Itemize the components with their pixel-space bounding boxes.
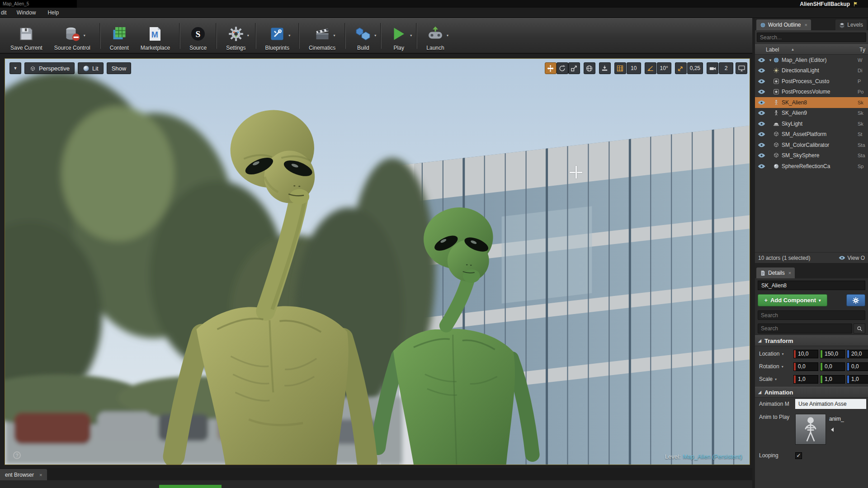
label-column-header[interactable]: Label: [766, 47, 779, 53]
toolbar-button-play[interactable]: ▾Play: [385, 20, 413, 52]
world-local-toggle[interactable]: [584, 62, 595, 74]
camera-speed-button[interactable]: [707, 62, 718, 74]
chevron-down-icon[interactable]: ▾: [334, 33, 335, 38]
location-z-field[interactable]: 20,0: [847, 350, 868, 358]
outliner-row-sm_skysphere[interactable]: SM_SkySphereSta: [755, 150, 868, 161]
outliner-row-sk_alien9[interactable]: SK_Alien9Sk: [755, 108, 868, 119]
surface-snap-button[interactable]: [599, 62, 611, 74]
close-icon[interactable]: ×: [788, 270, 791, 276]
lit-button[interactable]: Lit: [78, 62, 104, 74]
perspective-button[interactable]: Perspective: [24, 62, 75, 74]
outliner-row-sm_assetplatform[interactable]: SM_AssetPlatformSt: [755, 129, 868, 140]
eye-icon[interactable]: [758, 110, 765, 116]
toolbar-button-source-control[interactable]: ▾Source Control: [48, 20, 96, 52]
outliner-row-skylight[interactable]: SkyLightSk: [755, 118, 868, 129]
show-button[interactable]: Show: [107, 62, 132, 74]
type-column-header[interactable]: Ty: [859, 47, 865, 53]
transform-row-label[interactable]: Scale ▾: [759, 376, 793, 382]
eye-icon[interactable]: [758, 164, 765, 169]
eye-icon[interactable]: [758, 153, 765, 158]
help-button[interactable]: ?: [13, 451, 21, 459]
eye-icon[interactable]: [758, 131, 765, 137]
transform-section-header[interactable]: ◢ Transform: [755, 335, 868, 346]
scale-y-field[interactable]: 1,0: [820, 375, 845, 384]
outliner-row-postprocess_custo[interactable]: PostProcess_CustoP: [755, 76, 868, 87]
outliner-row-spherereflectionca[interactable]: SphereReflectionCaSp: [755, 161, 868, 172]
viewport-3d-scene[interactable]: [5, 59, 750, 465]
eye-icon[interactable]: [758, 57, 765, 63]
expander-arrow[interactable]: ▾: [768, 58, 773, 62]
menu-window[interactable]: Window: [11, 8, 42, 18]
eye-icon[interactable]: [758, 89, 765, 94]
animation-section-header[interactable]: ◢ Animation: [755, 387, 868, 398]
rotation-y-field[interactable]: 0,0: [820, 362, 845, 371]
tab-world-outliner[interactable]: World Outline ×: [756, 19, 811, 30]
outliner-row-sm_colorcalibrator[interactable]: SM_ColorCalibratorSta: [755, 140, 868, 150]
chevron-down-icon[interactable]: ▾: [374, 33, 376, 38]
move-tool-button[interactable]: [545, 62, 557, 74]
location-x-field[interactable]: 10,0: [793, 350, 818, 358]
outliner-row-postprocessvolume[interactable]: PostProcessVolumePo: [755, 87, 868, 98]
eye-icon[interactable]: [758, 142, 765, 148]
content-browser-collapsed-area[interactable]: [0, 480, 752, 488]
eye-icon[interactable]: [758, 121, 765, 127]
toolbar-button-save-current[interactable]: Save Current: [5, 20, 48, 52]
outliner-column-header[interactable]: Label ▲ Ty: [755, 44, 868, 55]
edit-blueprint-button[interactable]: [846, 294, 865, 306]
viewport[interactable]: ▼ Perspective Lit Show: [5, 58, 750, 465]
chevron-down-icon[interactable]: ▾: [288, 33, 290, 38]
location-y-field[interactable]: 150,0: [820, 350, 845, 358]
outliner-row-map_alien-editor-[interactable]: ▾Map_Alien (Editor)W: [755, 55, 868, 66]
rotation-z-field[interactable]: 0,0: [847, 362, 868, 371]
eye-icon[interactable]: [758, 68, 765, 73]
toolbar-button-blueprints[interactable]: ▾Blueprints: [259, 20, 295, 52]
menu-edit[interactable]: dit: [0, 8, 11, 18]
scale-tool-button[interactable]: [568, 62, 580, 74]
toolbar-button-launch[interactable]: ▾Launch: [420, 20, 450, 52]
scale-snap-toggle[interactable]: [675, 62, 687, 74]
toolbar-button-marketplace[interactable]: MMarketplace: [135, 20, 176, 52]
window-tab[interactable]: Map_Alien_5: [0, 0, 77, 8]
outliner-row-sk_alien8[interactable]: SK_Alien8Sk: [755, 97, 868, 108]
rotation-snap-value[interactable]: 10°: [657, 62, 671, 74]
transform-row-label[interactable]: Location ▾: [759, 351, 793, 357]
eye-icon[interactable]: [758, 79, 765, 84]
tab-levels[interactable]: Levels: [835, 19, 867, 30]
tab-content-browser[interactable]: ent Browser ×: [0, 469, 47, 480]
rotation-x-field[interactable]: 0,0: [793, 362, 818, 371]
close-icon[interactable]: ×: [804, 22, 807, 28]
scale-snap-value[interactable]: 0,25: [687, 62, 703, 74]
tab-details[interactable]: Details ×: [756, 267, 795, 278]
chevron-down-icon[interactable]: ▾: [247, 33, 249, 38]
toolbar-button-source[interactable]: SSource: [184, 20, 212, 52]
toolbar-button-cinematics[interactable]: ▾Cinematics: [303, 20, 341, 52]
actor-name-field[interactable]: SK_Alien8: [758, 281, 865, 290]
level-name[interactable]: Map_Alien (Persistent): [683, 453, 743, 460]
animation-asset-thumbnail[interactable]: [795, 414, 826, 445]
eye-icon[interactable]: [758, 100, 765, 105]
menu-help[interactable]: Help: [42, 8, 65, 18]
outliner-empty-area[interactable]: [755, 172, 868, 253]
toolbar-button-build[interactable]: ▾Build: [349, 20, 377, 52]
search-input[interactable]: Search: [758, 310, 865, 320]
chevron-down-icon[interactable]: ▾: [410, 33, 412, 38]
arrow-left-icon[interactable]: [829, 427, 835, 433]
toolbar-button-content[interactable]: Content: [104, 20, 135, 52]
search-button[interactable]: [854, 324, 865, 333]
animation-asset-name[interactable]: anim_: [829, 416, 844, 422]
add-component-button[interactable]: + Add Component ▾: [758, 294, 827, 306]
looping-checkbox[interactable]: ✓: [795, 452, 802, 459]
rotate-tool-button[interactable]: [557, 62, 568, 74]
toolbar-button-settings[interactable]: ▾Settings: [220, 20, 251, 52]
viewport-options-button[interactable]: ▼: [9, 62, 21, 74]
search-input[interactable]: Search: [758, 324, 852, 333]
animation-mode-select[interactable]: Use Animation Asse: [795, 399, 866, 409]
grid-snap-value[interactable]: 10: [627, 62, 641, 74]
maximize-viewport-button[interactable]: [736, 62, 747, 74]
grid-snap-toggle[interactable]: [614, 62, 626, 74]
close-icon[interactable]: ×: [39, 472, 42, 478]
scale-z-field[interactable]: 1,0: [847, 375, 868, 384]
chevron-down-icon[interactable]: ▾: [84, 33, 85, 38]
outliner-row-directionallight[interactable]: DirectionalLightDi: [755, 66, 868, 76]
scale-x-field[interactable]: 1,0: [793, 375, 818, 384]
